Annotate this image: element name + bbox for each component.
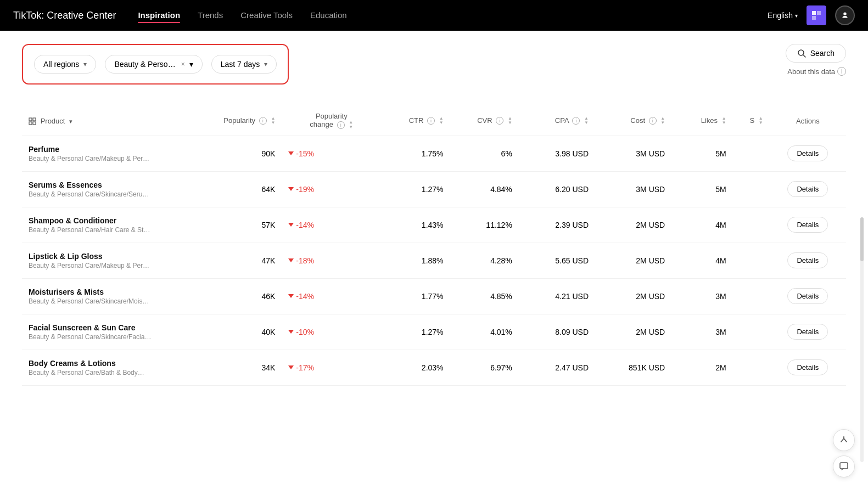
user-avatar[interactable] [835, 5, 855, 25]
details-button[interactable]: Details [787, 252, 828, 268]
nav-right: English ▾ [768, 5, 855, 25]
th-pop-change[interactable]: Popularitychange i ▲▼ [282, 106, 381, 136]
table-row: Moisturisers & Mists Beauty & Personal C… [22, 278, 846, 314]
cell-ctr: 1.27% [381, 314, 450, 350]
cell-product: Serums & Essences Beauty & Personal Care… [22, 171, 190, 207]
cell-popularity: 40K [190, 314, 282, 350]
th-product[interactable]: Product ▾ [22, 106, 190, 136]
search-label: Search [810, 49, 835, 58]
cell-cost: 3M USD [595, 171, 671, 207]
details-button[interactable]: Details [787, 145, 828, 161]
svg-rect-6 [33, 118, 36, 121]
cell-pop-change: -14% [282, 207, 381, 243]
cell-pop-change: -10% [282, 314, 381, 350]
th-actions: Actions [770, 106, 846, 136]
pop-change-value: -10% [288, 328, 374, 336]
nav-links: Inspiration Trends Creative Tools Educat… [138, 10, 768, 21]
down-arrow-icon [288, 151, 294, 155]
down-arrow-icon [288, 365, 294, 369]
category-filter[interactable]: Beauty & Perso… × ▾ [105, 55, 202, 74]
th-cpa-label: CPA [555, 116, 569, 125]
nav-inspiration[interactable]: Inspiration [138, 10, 180, 21]
info-icon: i [496, 117, 503, 125]
product-name: Lipstick & Lip Gloss [29, 252, 183, 261]
cell-ctr: 1.43% [381, 207, 450, 243]
cell-pop-change: -17% [282, 350, 381, 385]
filter-bar: All regions ▾ Beauty & Perso… × ▾ Last 7… [22, 44, 289, 85]
chevron-up-icon [839, 436, 848, 445]
scrollbar-track[interactable] [860, 217, 864, 462]
info-icon: i [259, 117, 267, 125]
cell-cost: 2M USD [595, 278, 671, 314]
cell-product: Lipstick & Lip Gloss Beauty & Personal C… [22, 243, 190, 278]
sort-icons: ▲▼ [349, 120, 353, 130]
logo-tiktok: TikTok [13, 10, 41, 21]
svg-rect-8 [33, 122, 36, 125]
chevron-down-icon: ▾ [795, 13, 798, 19]
svg-rect-7 [29, 122, 32, 125]
cell-popularity: 57K [190, 207, 282, 243]
pop-change-value: -14% [288, 292, 374, 301]
date-filter[interactable]: Last 7 days ▾ [211, 55, 277, 74]
close-icon[interactable]: × [181, 60, 185, 68]
main-content: All regions ▾ Beauty & Perso… × ▾ Last 7… [0, 31, 868, 495]
cell-cost: 2M USD [595, 314, 671, 350]
details-button[interactable]: Details [787, 288, 828, 304]
svg-rect-1 [817, 11, 821, 15]
cell-product: Shampoo & Conditioner Beauty & Personal … [22, 207, 190, 243]
cell-cpa: 2.39 USD [519, 207, 595, 243]
sort-icons: ▲▼ [722, 116, 726, 126]
down-arrow-icon [288, 258, 294, 262]
th-likes[interactable]: Likes ▲▼ [671, 106, 732, 136]
sort-icons: ▲▼ [660, 116, 665, 126]
table-icon [29, 117, 36, 125]
language-selector[interactable]: English ▾ [768, 11, 798, 20]
cell-popularity: 47K [190, 243, 282, 278]
nav-education[interactable]: Education [310, 10, 347, 21]
cell-ctr: 1.27% [381, 171, 450, 207]
details-button[interactable]: Details [787, 217, 828, 233]
down-arrow-icon [288, 187, 294, 191]
pop-change-value: -14% [288, 221, 374, 229]
cell-product: Moisturisers & Mists Beauty & Personal C… [22, 278, 190, 314]
details-button[interactable]: Details [787, 324, 828, 340]
sort-icons: ▲▼ [584, 116, 589, 126]
product-name: Serums & Essences [29, 181, 183, 189]
cell-cvr: 4.01% [450, 314, 519, 350]
th-cost-label: Cost [630, 116, 645, 125]
cell-actions: Details [770, 136, 846, 171]
nav-trends[interactable]: Trends [198, 10, 223, 21]
site-logo[interactable]: TikTok: Creative Center [13, 10, 116, 21]
cell-cpa: 2.47 USD [519, 350, 595, 385]
scrollbar-thumb[interactable] [860, 217, 864, 261]
th-popularity[interactable]: Popularity i ▲▼ [190, 106, 282, 136]
cell-cpa: 6.20 USD [519, 171, 595, 207]
cell-actions: Details [770, 171, 846, 207]
th-ctr[interactable]: CTR i ▲▼ [381, 106, 450, 136]
cell-cvr: 11.12% [450, 207, 519, 243]
cell-actions: Details [770, 314, 846, 350]
avatar-icon [840, 10, 850, 20]
table-row: Facial Sunscreen & Sun Care Beauty & Per… [22, 314, 846, 350]
cell-actions: Details [770, 207, 846, 243]
product-name: Shampoo & Conditioner [29, 216, 183, 225]
nav-creative-tools[interactable]: Creative Tools [240, 10, 293, 21]
cell-pop-change: -18% [282, 243, 381, 278]
pop-change-value: -15% [288, 149, 374, 158]
back-to-top-button[interactable] [833, 429, 855, 451]
float-buttons [833, 429, 855, 477]
about-data-link[interactable]: About this data i [787, 67, 846, 76]
region-filter[interactable]: All regions ▾ [34, 55, 96, 74]
cell-actions: Details [770, 350, 846, 385]
th-cvr[interactable]: CVR i ▲▼ [450, 106, 519, 136]
th-cost[interactable]: Cost i ▲▼ [595, 106, 671, 136]
cell-cost: 2M USD [595, 243, 671, 278]
th-cpa[interactable]: CPA i ▲▼ [519, 106, 595, 136]
purple-icon-box [807, 5, 826, 25]
chat-button[interactable] [833, 455, 855, 477]
th-s[interactable]: S ▲▼ [733, 106, 770, 136]
details-button[interactable]: Details [787, 181, 828, 197]
details-button[interactable]: Details [787, 359, 828, 375]
product-category: Beauty & Personal Care/Skincare/Facia… [29, 333, 183, 341]
search-button[interactable]: Search [786, 44, 846, 63]
